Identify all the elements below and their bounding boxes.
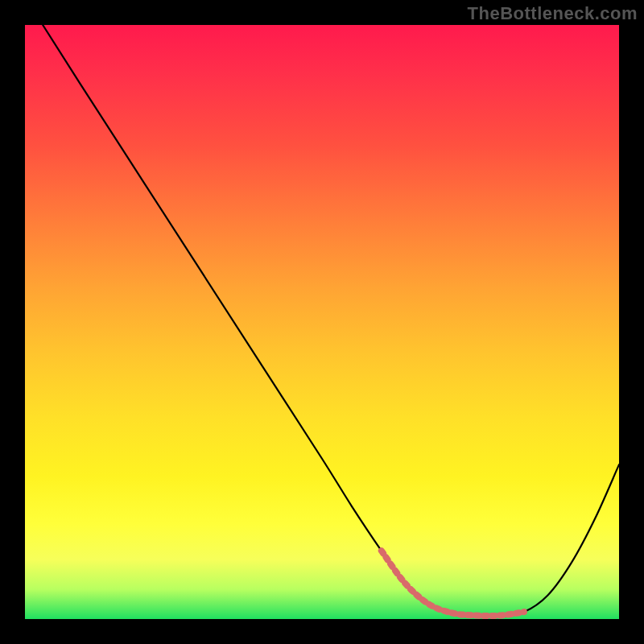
plot-background	[25, 25, 619, 619]
chart-container: TheBottleneck.com	[0, 0, 644, 644]
watermark-text: TheBottleneck.com	[468, 3, 638, 24]
